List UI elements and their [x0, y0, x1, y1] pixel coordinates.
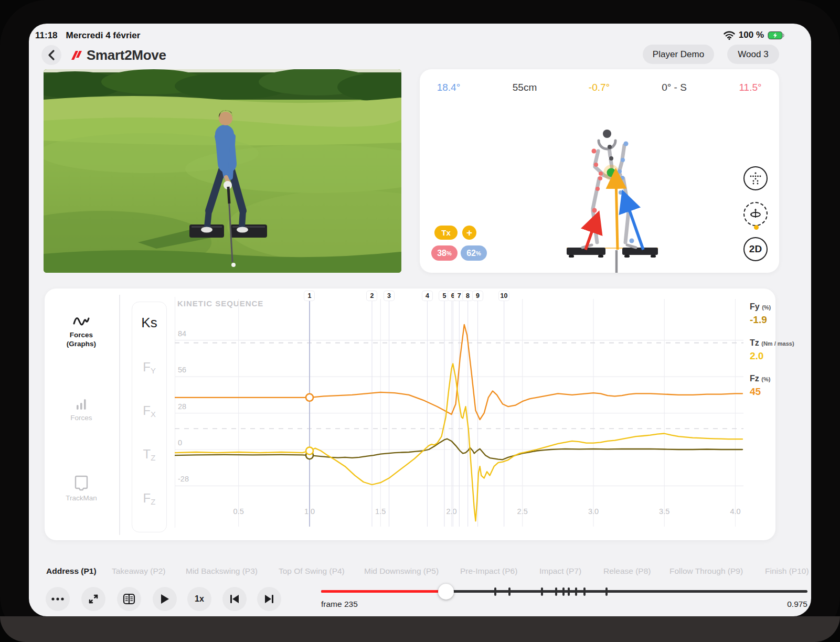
bar-chart-icon — [75, 398, 88, 411]
2d-view-button[interactable]: 2D — [743, 237, 768, 261]
timeline-tick-event-8 — [575, 587, 577, 596]
app-logo: Smart2Move — [70, 47, 166, 63]
phase-tab-4[interactable]: Top Of Swing (P4) — [279, 566, 345, 576]
trackman-icon — [73, 475, 89, 491]
tx-badge[interactable]: Tx — [434, 226, 458, 240]
swing-event-8[interactable]: 8 — [463, 291, 473, 301]
compare-button[interactable] — [117, 587, 141, 611]
timeline-tick-event-6 — [562, 587, 565, 596]
svg-text:28: 28 — [178, 402, 186, 411]
svg-text:56: 56 — [178, 366, 186, 374]
pose-metric-3: 0° - S — [662, 82, 687, 93]
swing-event-1[interactable]: 1 — [304, 291, 314, 301]
battery-percent: 100 % — [739, 30, 764, 40]
back-button[interactable] — [41, 45, 61, 65]
book-icon — [122, 593, 136, 605]
phase-tab-1[interactable]: Address (P1) — [46, 566, 97, 576]
readout-fy: Fy (%) -1.9 — [750, 302, 811, 326]
phase-tab-3[interactable]: Mid Backswing (P3) — [186, 566, 258, 576]
skeleton-view-button[interactable] — [743, 166, 768, 190]
swing-video[interactable] — [44, 69, 401, 273]
pose-metric-4: 11.5° — [739, 82, 761, 93]
pose-panel: 18.4°55cm-0.7°0° - S11.5° — [420, 69, 779, 273]
waveform-icon — [72, 315, 90, 328]
svg-text:0: 0 — [178, 438, 182, 447]
add-vector-button[interactable]: + — [462, 226, 476, 240]
tab-fy[interactable]: FY — [132, 360, 166, 375]
swing-event-3[interactable]: 3 — [384, 291, 394, 301]
timeline-tick-event-3 — [508, 587, 511, 596]
center-of-mass-dot — [607, 168, 616, 177]
stick-figure-icon — [748, 171, 763, 186]
tab-fx[interactable]: FX — [132, 403, 166, 419]
clock: 11:18 — [35, 30, 58, 41]
total-force-vector — [616, 178, 618, 250]
readout-fy-value: -1.9 — [750, 314, 811, 326]
sidebar-item-forces[interactable]: Forces — [45, 398, 118, 422]
playback-speed-button[interactable]: 1x — [187, 587, 211, 611]
app-name: Smart2Move — [87, 47, 166, 63]
skip-end-button[interactable] — [257, 587, 281, 611]
svg-text:84: 84 — [178, 329, 186, 338]
skeleton-figure[interactable] — [546, 126, 672, 273]
skip-start-button[interactable] — [222, 587, 247, 611]
skip-start-icon — [229, 594, 240, 604]
player-demo-button[interactable]: Player Demo — [643, 45, 714, 64]
swing-event-4[interactable]: 4 — [422, 291, 432, 301]
fullscreen-button[interactable] — [81, 587, 105, 611]
club-select-button[interactable]: Wood 3 — [727, 45, 779, 64]
pose-metric-1: 55cm — [513, 82, 537, 93]
status-bar-right: 100 % — [724, 30, 785, 40]
play-button[interactable] — [153, 587, 177, 611]
phase-tab-6[interactable]: Pre-Impact (P6) — [460, 566, 517, 576]
app-screen: 11:18 Mercredi 4 février 100 % — [29, 24, 811, 616]
graph-tabs-column: Ks FY FX TZ FZ — [132, 302, 167, 532]
expand-icon — [88, 593, 99, 605]
timeline-tick-event-2 — [494, 587, 496, 596]
swing-event-2[interactable]: 2 — [367, 291, 377, 301]
kinetic-chart-card: KINETIC SEQUENCE Forces (Graphs) Forces — [45, 288, 775, 540]
left-foot-percent-badge: 38% — [431, 245, 458, 261]
tab-fz[interactable]: FZ — [132, 491, 166, 506]
svg-text:3.5: 3.5 — [659, 507, 669, 516]
timeline-progress — [321, 590, 446, 593]
pose-metric-0: 18.4° — [437, 82, 461, 93]
right-foot-percent-badge: 62% — [461, 245, 487, 261]
skeleton-head — [603, 130, 611, 138]
timeline-tick-event-7 — [568, 587, 570, 596]
golf-video-frame — [44, 69, 401, 273]
timeline-tick-event-5 — [555, 587, 557, 596]
phase-tab-5[interactable]: Mid Downswing (P5) — [364, 566, 439, 576]
swing-event-10[interactable]: 10 — [499, 291, 509, 301]
smart2move-logo-icon — [70, 49, 83, 62]
status-bar-left: 11:18 Mercredi 4 février — [35, 30, 140, 41]
swing-event-9[interactable]: 9 — [473, 291, 483, 301]
ellipsis-icon — [51, 597, 64, 601]
pose-metric-2: -0.7° — [589, 82, 610, 93]
date: Mercredi 4 février — [66, 30, 141, 41]
phase-tab-9[interactable]: Follow Through (P9) — [669, 566, 743, 576]
kinetic-sequence-plot[interactable]: 0.51.01.52.02.53.03.54.08456280-28 — [175, 292, 743, 529]
sidebar-divider — [119, 295, 120, 535]
skip-end-icon — [264, 594, 274, 604]
phase-tab-2[interactable]: Takeaway (P2) — [112, 566, 166, 576]
tab-tz[interactable]: TZ — [132, 447, 166, 462]
timeline-thumb[interactable] — [438, 584, 454, 600]
device-bezel-bottom — [0, 616, 840, 642]
more-options-button[interactable] — [46, 587, 70, 611]
rotate-view-button[interactable] — [743, 202, 768, 226]
frame-counter: frame 235 — [321, 600, 358, 609]
tab-kinetic-sequence[interactable]: Ks — [132, 315, 166, 331]
chevron-left-icon — [47, 49, 56, 61]
phase-tab-7[interactable]: Impact (P7) — [539, 566, 581, 576]
phase-tab-10[interactable]: Finish (P10) — [765, 566, 809, 576]
svg-text:4.0: 4.0 — [730, 507, 740, 516]
phase-tab-8[interactable]: Release (P8) — [603, 566, 651, 576]
readout-fz: Fz (%) 45 — [750, 374, 811, 398]
rotate-indicator-dot — [754, 225, 759, 230]
sidebar-item-forces-graphs[interactable]: Forces (Graphs) — [45, 315, 118, 348]
sidebar-item-trackman[interactable]: TrackMan — [45, 475, 118, 502]
rotate-3d-icon — [748, 207, 763, 221]
svg-text:0.5: 0.5 — [233, 507, 244, 516]
timeline-tick-event-10 — [605, 587, 608, 596]
